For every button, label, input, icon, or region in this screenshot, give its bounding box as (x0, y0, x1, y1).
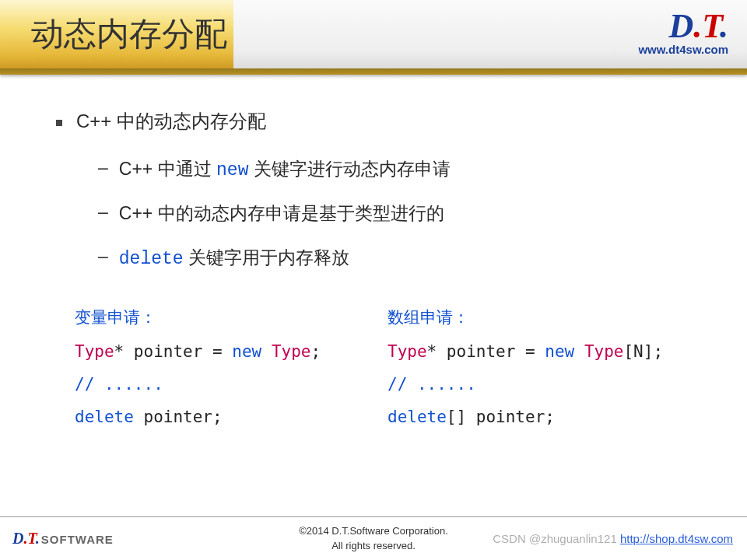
logo-url: www.dt4sw.com (638, 43, 728, 56)
example-left: 变量申请： Type* pointer = new Type; // .....… (75, 301, 388, 433)
example-right: 数组申请： Type* pointer = new Type[N]; // ..… (388, 301, 700, 433)
slide-content: C++ 中的动态内存分配 – C++ 中通过 new 关键字进行动态内存申请 –… (0, 75, 747, 433)
dash-icon: – (98, 157, 108, 178)
sublist: – C++ 中通过 new 关键字进行动态内存申请 – C++ 中的动态内存申请… (98, 157, 700, 270)
keyword-new: new (216, 160, 248, 180)
right-line1: Type* pointer = new Type[N]; (388, 335, 700, 368)
right-label: 数组申请： (388, 301, 700, 334)
watermark: CSDN @zhuguanlin121 (493, 532, 617, 545)
logo-t: T (702, 7, 720, 45)
l-del: delete (75, 408, 134, 426)
bullet-level1: C++ 中的动态内存分配 (56, 109, 700, 134)
slide-footer: D.T.SOFTWARE ©2014 D.T.Software Corporat… (0, 516, 747, 560)
slide-title: 动态内存分配 (31, 12, 227, 56)
logo-d: D (668, 7, 693, 45)
footer-center: ©2014 D.T.Software Corporation. All righ… (299, 524, 448, 552)
flogo-software: SOFTWARE (41, 533, 114, 546)
r-arr: [N]; (623, 342, 663, 361)
sub-bullet-1: – C++ 中通过 new 关键字进行动态内存申请 (98, 157, 700, 181)
slide-header: 动态内存分配 D.T. www.dt4sw.com (0, 0, 747, 75)
square-bullet-icon (56, 120, 62, 126)
r-del: delete (388, 408, 447, 426)
left-line3: delete pointer; (75, 401, 388, 433)
right-line2: // ...... (388, 368, 700, 401)
footer-logo: D.T.SOFTWARE (12, 530, 114, 548)
sub-bullet-3: – delete 关键字用于内存释放 (98, 246, 700, 270)
sub-bullet-2: – C++ 中的动态内存申请是基于类型进行的 (98, 201, 700, 226)
l-type: Type (75, 342, 114, 361)
dash-icon: – (98, 201, 108, 222)
code-examples: 变量申请： Type* pointer = new Type; // .....… (75, 301, 700, 433)
l-ptr: * pointer = (114, 342, 233, 361)
left-line1: Type* pointer = new Type; (75, 335, 388, 368)
sub1-a: C++ 中通过 (119, 159, 216, 179)
left-label: 变量申请： (75, 301, 388, 334)
flogo-d: D (12, 530, 23, 547)
sub1-text: C++ 中通过 new 关键字进行动态内存申请 (119, 157, 451, 181)
rights: All rights reserved. (299, 539, 448, 553)
r-type2: Type (574, 342, 623, 361)
dash-icon: – (98, 246, 108, 267)
footer-right: CSDN @zhuguanlin121 http://shop.dt4sw.co… (493, 532, 733, 545)
logo-dot2: . (720, 7, 728, 45)
flogo-dot2: . (36, 530, 40, 547)
header-shadow (0, 68, 747, 75)
copyright: ©2014 D.T.Software Corporation. (299, 524, 448, 538)
r-ptr: * pointer = (427, 342, 545, 361)
r-new: new (545, 342, 574, 361)
l-new: new (232, 342, 261, 361)
flogo-t: T (27, 530, 35, 547)
sub1-b: 关键字进行动态内存申请 (248, 159, 450, 179)
shop-link[interactable]: http://shop.dt4sw.com (620, 532, 733, 545)
l-end: ; (310, 342, 321, 361)
logo-dot1: . (693, 7, 702, 45)
sub3-b: 关键字用于内存释放 (184, 247, 349, 268)
keyword-delete: delete (119, 249, 184, 269)
heading-text: C++ 中的动态内存分配 (76, 109, 266, 134)
sub2-text: C++ 中的动态内存申请是基于类型进行的 (119, 201, 444, 226)
r-type: Type (388, 342, 427, 361)
right-line3: delete[] pointer; (388, 401, 700, 433)
l-del-rest: pointer; (134, 408, 223, 426)
sub3-text: delete 关键字用于内存释放 (119, 246, 349, 270)
l-type2: Type (261, 342, 310, 361)
left-line2: // ...... (75, 368, 388, 401)
header-bg: 动态内存分配 D.T. www.dt4sw.com (0, 0, 747, 68)
r-del-rest: [] pointer; (447, 408, 555, 426)
logo-top: D.T. www.dt4sw.com (638, 6, 728, 56)
